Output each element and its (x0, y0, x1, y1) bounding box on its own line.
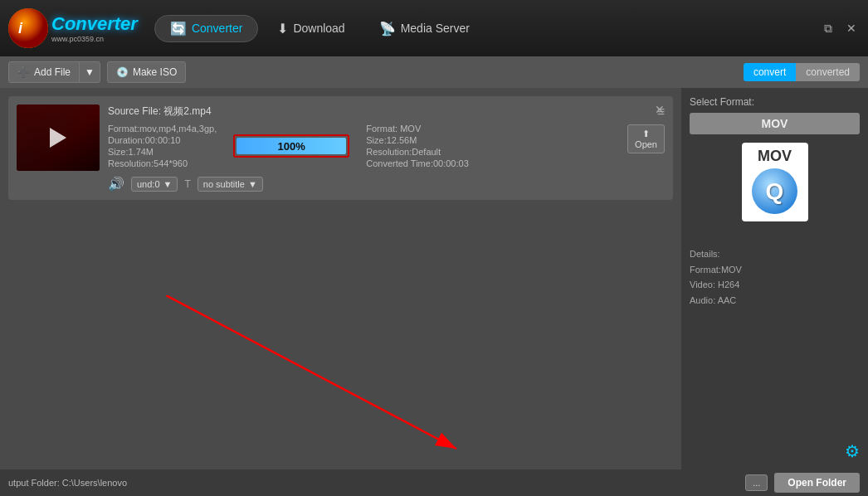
tab-media-server[interactable]: 📡 Media Server (364, 16, 485, 41)
add-file-dropdown-arrow[interactable]: ▼ (80, 62, 100, 82)
logo-sub-text: www.pc0359.cn (51, 35, 138, 43)
subtitle-icon: T (184, 178, 190, 190)
duration: Duration:00:00:10 (108, 135, 217, 145)
detail-format: Format:MOV (690, 262, 860, 278)
file-card: Source File: 视频2.mp4 Format:mov,mp4,m4a,… (8, 96, 673, 200)
toggle-converted-btn[interactable]: converted (796, 63, 860, 81)
restore-button[interactable]: ⧉ (820, 20, 836, 36)
right-panel: Select Format: MOV MOV Q Details: Format… (681, 88, 868, 469)
open-folder-button[interactable]: Open Folder (774, 473, 860, 493)
audio-control[interactable]: und:0 ▼ (131, 177, 178, 192)
format-icon-area: MOV Q (690, 143, 860, 234)
tab-converter[interactable]: 🔄 Converter (154, 15, 258, 42)
subtitle-dropdown-arrow: ▼ (248, 179, 257, 189)
detail-video: Video: H264 (690, 277, 860, 293)
play-button[interactable] (50, 128, 66, 148)
make-iso-label: Make ISO (133, 66, 177, 78)
add-file-button[interactable]: ➕ Add File ▼ (8, 61, 100, 83)
subtitle-row: 🔊 und:0 ▼ T no subtitle ▼ (108, 176, 619, 192)
progress-bar: 100% (237, 138, 346, 154)
audio-dropdown-arrow: ▼ (163, 179, 173, 189)
file-meta-left: Format:mov,mp4,m4a,3gp, Duration:00:00:1… (108, 124, 217, 168)
converted-time: Converted Time:00:00:03 (366, 158, 469, 168)
detail-audio: Audio: AAC (690, 293, 860, 309)
progress-bar-wrapper: 100% (233, 134, 349, 158)
format-right: Format: MOV (366, 124, 469, 134)
nav-tabs: 🔄 Converter ⬇ Download 📡 Media Server (154, 15, 485, 42)
main-area: Source File: 视频2.mp4 Format:mov,mp4,m4a,… (0, 88, 868, 469)
svg-point-0 (8, 8, 48, 48)
file-actions: ≡ ⬆ Open (627, 105, 665, 192)
select-format-label: Select Format: (690, 96, 860, 108)
tab-media-server-label: Media Server (401, 22, 470, 35)
format-details: Details: Format:MOV Video: H264 Audio: A… (690, 246, 860, 309)
subtitle-label: no subtitle (203, 179, 245, 189)
converter-icon: 🔄 (170, 21, 187, 36)
file-thumbnail[interactable] (17, 105, 100, 171)
add-file-label: Add File (34, 66, 71, 78)
format-left: Format:mov,mp4,m4a,3gp, (108, 124, 217, 134)
open-button[interactable]: ⬆ Open (627, 124, 665, 153)
resolution-right: Resolution:Default (366, 147, 469, 157)
red-arrow (166, 295, 481, 461)
close-card-icon[interactable]: ✕ (655, 103, 665, 116)
file-size-right: Size:12.56M (366, 135, 469, 145)
open-icon: ⬆ (642, 129, 650, 139)
quicktime-q: Q (766, 178, 784, 205)
toggle-convert-btn[interactable]: convert (744, 63, 796, 81)
audio-label: und:0 (137, 179, 160, 189)
format-button[interactable]: MOV (690, 113, 860, 134)
open-label: Open (635, 139, 657, 149)
logo-text-group: Converter www.pc0359.cn (51, 13, 138, 43)
app-logo: i (8, 8, 48, 48)
svg-line-3 (166, 295, 456, 449)
file-meta-row: Format:mov,mp4,m4a,3gp, Duration:00:00:1… (108, 124, 619, 168)
toolbar: ➕ Add File ▼ 💿 Make ISO convert converte… (0, 56, 868, 88)
media-server-icon: 📡 (379, 21, 396, 36)
mov-icon: MOV Q (738, 143, 812, 234)
audio-icon: 🔊 (108, 176, 124, 192)
title-bar: i Converter www.pc0359.cn 🔄 Converter ⬇ … (0, 0, 868, 56)
tab-converter-label: Converter (192, 22, 242, 35)
status-bar: utput Folder: C:\Users\lenovo ... Open F… (0, 469, 868, 496)
download-icon: ⬇ (277, 21, 288, 36)
progress-area: 100% (233, 124, 349, 168)
size-left: Size:1.74M (108, 147, 217, 157)
output-folder-label: utput Folder: C:\Users\lenovo (8, 478, 127, 488)
output-folder-text: utput Folder: C:\Users\lenovo (8, 478, 745, 488)
logo-main-text: Converter (51, 13, 138, 35)
gear-icon[interactable]: ⚙ (845, 441, 860, 461)
mov-icon-bg: MOV Q (742, 143, 808, 221)
details-label: Details: (690, 246, 860, 262)
logo-area: i Converter www.pc0359.cn (8, 8, 138, 48)
dots-button[interactable]: ... (745, 474, 768, 491)
subtitle-control[interactable]: no subtitle ▼ (197, 177, 263, 192)
make-iso-icon: 💿 (116, 66, 129, 78)
make-iso-button[interactable]: 💿 Make ISO (107, 61, 186, 83)
resolution-left: Resolution:544*960 (108, 158, 217, 168)
tab-download[interactable]: ⬇ Download (262, 16, 359, 41)
quicktime-logo: Q (752, 168, 797, 214)
mov-text: MOV (758, 148, 792, 165)
content-panel: Source File: 视频2.mp4 Format:mov,mp4,m4a,… (0, 88, 681, 469)
file-info: Source File: 视频2.mp4 Format:mov,mp4,m4a,… (108, 105, 619, 192)
gear-icon-area: ⚙ (690, 441, 860, 461)
tab-download-label: Download (293, 22, 344, 35)
add-file-main[interactable]: ➕ Add File (9, 62, 80, 82)
file-meta-right: Format: MOV Size:12.56M Resolution:Defau… (366, 124, 469, 168)
file-title: Source File: 视频2.mp4 (108, 105, 619, 119)
window-controls: ⧉ ✕ (820, 20, 860, 36)
convert-toggle: convert converted (744, 63, 860, 81)
close-button[interactable]: ✕ (843, 20, 860, 36)
add-file-icon: ➕ (17, 66, 30, 78)
